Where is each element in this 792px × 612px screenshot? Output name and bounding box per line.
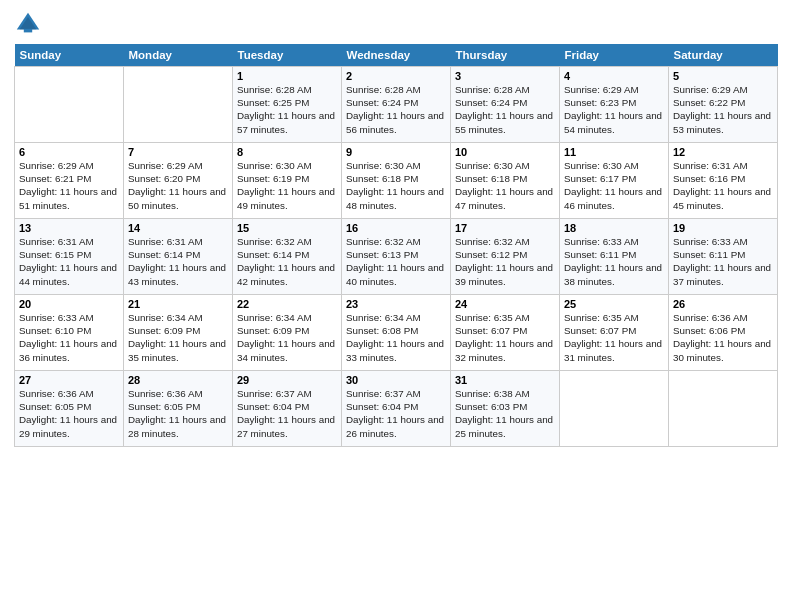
day-number: 26 xyxy=(673,298,773,310)
calendar-cell: 25Sunrise: 6:35 AMSunset: 6:07 PMDayligh… xyxy=(560,295,669,371)
calendar-cell: 11Sunrise: 6:30 AMSunset: 6:17 PMDayligh… xyxy=(560,143,669,219)
day-number: 12 xyxy=(673,146,773,158)
day-number: 24 xyxy=(455,298,555,310)
calendar-cell: 17Sunrise: 6:32 AMSunset: 6:12 PMDayligh… xyxy=(451,219,560,295)
calendar-cell xyxy=(15,67,124,143)
day-info: Sunrise: 6:33 AMSunset: 6:11 PMDaylight:… xyxy=(673,235,773,288)
day-info: Sunrise: 6:33 AMSunset: 6:11 PMDaylight:… xyxy=(564,235,664,288)
day-info: Sunrise: 6:30 AMSunset: 6:18 PMDaylight:… xyxy=(455,159,555,212)
day-info: Sunrise: 6:31 AMSunset: 6:15 PMDaylight:… xyxy=(19,235,119,288)
day-info: Sunrise: 6:30 AMSunset: 6:19 PMDaylight:… xyxy=(237,159,337,212)
calendar-cell xyxy=(560,371,669,447)
day-number: 13 xyxy=(19,222,119,234)
day-info: Sunrise: 6:37 AMSunset: 6:04 PMDaylight:… xyxy=(346,387,446,440)
calendar-cell: 29Sunrise: 6:37 AMSunset: 6:04 PMDayligh… xyxy=(233,371,342,447)
day-number: 19 xyxy=(673,222,773,234)
calendar-cell: 19Sunrise: 6:33 AMSunset: 6:11 PMDayligh… xyxy=(669,219,778,295)
calendar-cell: 30Sunrise: 6:37 AMSunset: 6:04 PMDayligh… xyxy=(342,371,451,447)
day-number: 14 xyxy=(128,222,228,234)
calendar-cell: 8Sunrise: 6:30 AMSunset: 6:19 PMDaylight… xyxy=(233,143,342,219)
day-info: Sunrise: 6:38 AMSunset: 6:03 PMDaylight:… xyxy=(455,387,555,440)
day-info: Sunrise: 6:37 AMSunset: 6:04 PMDaylight:… xyxy=(237,387,337,440)
weekday-header-tuesday: Tuesday xyxy=(233,44,342,67)
day-number: 22 xyxy=(237,298,337,310)
calendar-cell: 28Sunrise: 6:36 AMSunset: 6:05 PMDayligh… xyxy=(124,371,233,447)
day-info: Sunrise: 6:34 AMSunset: 6:09 PMDaylight:… xyxy=(128,311,228,364)
day-number: 21 xyxy=(128,298,228,310)
calendar-cell: 27Sunrise: 6:36 AMSunset: 6:05 PMDayligh… xyxy=(15,371,124,447)
day-number: 18 xyxy=(564,222,664,234)
day-info: Sunrise: 6:29 AMSunset: 6:23 PMDaylight:… xyxy=(564,83,664,136)
calendar-cell: 9Sunrise: 6:30 AMSunset: 6:18 PMDaylight… xyxy=(342,143,451,219)
day-number: 28 xyxy=(128,374,228,386)
day-number: 5 xyxy=(673,70,773,82)
day-info: Sunrise: 6:36 AMSunset: 6:05 PMDaylight:… xyxy=(19,387,119,440)
day-info: Sunrise: 6:36 AMSunset: 6:05 PMDaylight:… xyxy=(128,387,228,440)
day-number: 6 xyxy=(19,146,119,158)
calendar-cell: 20Sunrise: 6:33 AMSunset: 6:10 PMDayligh… xyxy=(15,295,124,371)
day-number: 10 xyxy=(455,146,555,158)
calendar-cell: 12Sunrise: 6:31 AMSunset: 6:16 PMDayligh… xyxy=(669,143,778,219)
day-number: 29 xyxy=(237,374,337,386)
weekday-header-monday: Monday xyxy=(124,44,233,67)
day-info: Sunrise: 6:35 AMSunset: 6:07 PMDaylight:… xyxy=(564,311,664,364)
day-number: 30 xyxy=(346,374,446,386)
calendar-cell: 2Sunrise: 6:28 AMSunset: 6:24 PMDaylight… xyxy=(342,67,451,143)
day-number: 2 xyxy=(346,70,446,82)
day-info: Sunrise: 6:29 AMSunset: 6:20 PMDaylight:… xyxy=(128,159,228,212)
logo-icon xyxy=(14,10,42,38)
calendar-cell: 1Sunrise: 6:28 AMSunset: 6:25 PMDaylight… xyxy=(233,67,342,143)
day-number: 15 xyxy=(237,222,337,234)
header xyxy=(14,10,778,38)
calendar-cell: 26Sunrise: 6:36 AMSunset: 6:06 PMDayligh… xyxy=(669,295,778,371)
calendar-cell xyxy=(124,67,233,143)
calendar-cell: 5Sunrise: 6:29 AMSunset: 6:22 PMDaylight… xyxy=(669,67,778,143)
calendar-cell: 6Sunrise: 6:29 AMSunset: 6:21 PMDaylight… xyxy=(15,143,124,219)
day-number: 3 xyxy=(455,70,555,82)
day-number: 8 xyxy=(237,146,337,158)
day-number: 20 xyxy=(19,298,119,310)
weekday-header-thursday: Thursday xyxy=(451,44,560,67)
day-number: 25 xyxy=(564,298,664,310)
calendar-cell: 18Sunrise: 6:33 AMSunset: 6:11 PMDayligh… xyxy=(560,219,669,295)
day-info: Sunrise: 6:29 AMSunset: 6:22 PMDaylight:… xyxy=(673,83,773,136)
day-number: 9 xyxy=(346,146,446,158)
day-number: 16 xyxy=(346,222,446,234)
day-info: Sunrise: 6:30 AMSunset: 6:18 PMDaylight:… xyxy=(346,159,446,212)
day-info: Sunrise: 6:30 AMSunset: 6:17 PMDaylight:… xyxy=(564,159,664,212)
calendar-week-2: 6Sunrise: 6:29 AMSunset: 6:21 PMDaylight… xyxy=(15,143,778,219)
calendar-week-4: 20Sunrise: 6:33 AMSunset: 6:10 PMDayligh… xyxy=(15,295,778,371)
day-number: 11 xyxy=(564,146,664,158)
svg-rect-2 xyxy=(24,29,32,33)
calendar-cell: 23Sunrise: 6:34 AMSunset: 6:08 PMDayligh… xyxy=(342,295,451,371)
calendar-cell: 14Sunrise: 6:31 AMSunset: 6:14 PMDayligh… xyxy=(124,219,233,295)
calendar-cell: 16Sunrise: 6:32 AMSunset: 6:13 PMDayligh… xyxy=(342,219,451,295)
weekday-header-saturday: Saturday xyxy=(669,44,778,67)
calendar-cell: 4Sunrise: 6:29 AMSunset: 6:23 PMDaylight… xyxy=(560,67,669,143)
calendar-cell: 24Sunrise: 6:35 AMSunset: 6:07 PMDayligh… xyxy=(451,295,560,371)
day-info: Sunrise: 6:35 AMSunset: 6:07 PMDaylight:… xyxy=(455,311,555,364)
day-info: Sunrise: 6:28 AMSunset: 6:24 PMDaylight:… xyxy=(455,83,555,136)
calendar-cell: 21Sunrise: 6:34 AMSunset: 6:09 PMDayligh… xyxy=(124,295,233,371)
calendar-cell: 15Sunrise: 6:32 AMSunset: 6:14 PMDayligh… xyxy=(233,219,342,295)
calendar-cell: 31Sunrise: 6:38 AMSunset: 6:03 PMDayligh… xyxy=(451,371,560,447)
day-info: Sunrise: 6:31 AMSunset: 6:16 PMDaylight:… xyxy=(673,159,773,212)
day-info: Sunrise: 6:32 AMSunset: 6:12 PMDaylight:… xyxy=(455,235,555,288)
day-info: Sunrise: 6:33 AMSunset: 6:10 PMDaylight:… xyxy=(19,311,119,364)
day-info: Sunrise: 6:34 AMSunset: 6:08 PMDaylight:… xyxy=(346,311,446,364)
calendar-cell xyxy=(669,371,778,447)
day-number: 17 xyxy=(455,222,555,234)
calendar-cell: 10Sunrise: 6:30 AMSunset: 6:18 PMDayligh… xyxy=(451,143,560,219)
day-info: Sunrise: 6:28 AMSunset: 6:25 PMDaylight:… xyxy=(237,83,337,136)
calendar-week-3: 13Sunrise: 6:31 AMSunset: 6:15 PMDayligh… xyxy=(15,219,778,295)
page-container: SundayMondayTuesdayWednesdayThursdayFrid… xyxy=(0,0,792,453)
calendar-cell: 3Sunrise: 6:28 AMSunset: 6:24 PMDaylight… xyxy=(451,67,560,143)
day-info: Sunrise: 6:36 AMSunset: 6:06 PMDaylight:… xyxy=(673,311,773,364)
weekday-header-friday: Friday xyxy=(560,44,669,67)
weekday-header-wednesday: Wednesday xyxy=(342,44,451,67)
calendar-header-row: SundayMondayTuesdayWednesdayThursdayFrid… xyxy=(15,44,778,67)
day-info: Sunrise: 6:34 AMSunset: 6:09 PMDaylight:… xyxy=(237,311,337,364)
calendar-cell: 22Sunrise: 6:34 AMSunset: 6:09 PMDayligh… xyxy=(233,295,342,371)
calendar-week-5: 27Sunrise: 6:36 AMSunset: 6:05 PMDayligh… xyxy=(15,371,778,447)
logo xyxy=(14,10,44,38)
